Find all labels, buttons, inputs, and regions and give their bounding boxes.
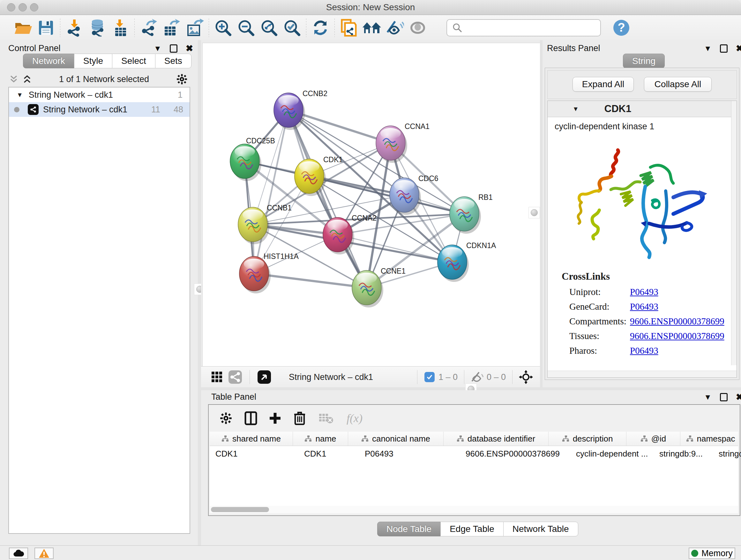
table-cell[interactable]: stringdb:9... xyxy=(654,449,713,459)
table-options-button[interactable] xyxy=(219,412,232,425)
collapse-all-icon[interactable] xyxy=(9,74,18,84)
crosslink-link[interactable]: P06493 xyxy=(630,287,658,297)
selected-checkbox[interactable] xyxy=(424,372,434,382)
tab-sets[interactable]: Sets xyxy=(155,54,192,68)
tab-node-table[interactable]: Node Table xyxy=(377,522,441,537)
network-node-ccnb2[interactable]: CCNB2 xyxy=(274,89,327,130)
entry-collapse-icon[interactable]: ▼ xyxy=(572,105,579,113)
panel-collapse-icon[interactable]: ▼ xyxy=(704,45,712,52)
column-header--id[interactable]: @id xyxy=(626,432,680,446)
table-cell[interactable]: P06493 xyxy=(359,449,460,459)
delete-column-button[interactable] xyxy=(293,411,306,425)
entry-horizontal-scrollbar[interactable] xyxy=(548,371,737,377)
scrollbar-thumb[interactable] xyxy=(211,507,269,512)
panel-float-icon[interactable] xyxy=(170,44,178,53)
panel-close-icon[interactable]: ✖ xyxy=(186,44,193,53)
function-builder-button[interactable]: f(x) xyxy=(347,412,362,425)
export-table-button[interactable] xyxy=(160,17,183,38)
panel-float-icon[interactable] xyxy=(720,393,728,401)
zoom-fit-button[interactable] xyxy=(258,17,280,38)
crosslink-link[interactable]: 9606.ENSP00000378699 xyxy=(630,331,724,341)
import-table-button[interactable] xyxy=(109,17,132,38)
warning-status-button[interactable] xyxy=(35,548,54,559)
tab-network[interactable]: Network xyxy=(23,54,74,68)
network-node-rb1[interactable]: RB1 xyxy=(450,193,493,234)
column-header-database-identifier[interactable]: database identifier xyxy=(443,432,548,446)
hide-graphics-details-button[interactable] xyxy=(383,17,406,38)
panel-collapse-icon[interactable]: ▼ xyxy=(154,45,161,52)
close-window-button[interactable] xyxy=(7,3,15,11)
table-cell[interactable]: stringdb xyxy=(713,449,741,459)
network-options-gear-icon[interactable] xyxy=(176,73,188,85)
table-cell[interactable]: CDK1 xyxy=(298,449,359,459)
panel-close-icon[interactable]: ✖ xyxy=(736,44,741,53)
save-session-button[interactable] xyxy=(35,17,57,38)
entry-vertical-scrollbar[interactable] xyxy=(731,101,737,365)
network-edge[interactable] xyxy=(288,110,367,288)
network-node-ccnb1[interactable]: CCNB1 xyxy=(238,204,292,244)
column-header-name[interactable]: name xyxy=(293,432,348,446)
column-header-canonical-name[interactable]: canonical name xyxy=(348,432,443,446)
network-node-cdkn1a[interactable]: CDKN1A xyxy=(437,241,496,282)
tab-select[interactable]: Select xyxy=(112,54,155,68)
show-column-button[interactable] xyxy=(245,411,257,425)
column-header-description[interactable]: description xyxy=(548,432,626,446)
right-splitter[interactable] xyxy=(540,40,542,387)
birds-eye-view-button[interactable] xyxy=(211,371,223,383)
panel-close-icon[interactable]: ✖ xyxy=(736,393,741,401)
collapse-all-button[interactable]: Collapse All xyxy=(644,77,712,91)
help-button[interactable]: ? xyxy=(610,17,633,38)
table-cell[interactable]: cyclin-dependent ... xyxy=(570,449,654,459)
table-cell[interactable]: 9606.ENSP00000378699 xyxy=(460,449,570,459)
crosslink-link[interactable]: 9606.ENSP00000378699 xyxy=(630,316,724,327)
import-network-from-database-button[interactable] xyxy=(86,17,109,38)
network-node-ccne1[interactable]: CCNE1 xyxy=(352,267,406,307)
network-node-ccna1[interactable]: CCNA1 xyxy=(376,122,429,163)
zoom-selected-button[interactable] xyxy=(280,17,304,38)
tab-string[interactable]: String xyxy=(623,54,665,68)
clone-network-button[interactable] xyxy=(337,17,360,38)
crosslink-link[interactable]: P06493 xyxy=(630,301,658,312)
network-node-hist1h1a[interactable]: HIST1H1A xyxy=(239,252,299,294)
crosslink-link[interactable]: P06493 xyxy=(630,346,658,356)
refresh-button[interactable] xyxy=(309,17,332,38)
tab-style[interactable]: Style xyxy=(74,54,112,68)
network-canvas[interactable]: CCNB2CCNA1CDC25BCDK1CDC6RB1CCNB1CCNA2CDK… xyxy=(202,43,541,367)
open-in-new-window-button[interactable] xyxy=(258,370,271,384)
panel-float-icon[interactable] xyxy=(720,44,728,53)
export-network-button[interactable] xyxy=(137,17,160,38)
tree-expand-icon[interactable]: ▼ xyxy=(17,91,23,99)
minimize-window-button[interactable] xyxy=(18,3,27,11)
table-row[interactable]: CDK1CDK1P064939606.ENSP00000378699cyclin… xyxy=(210,446,738,461)
panel-collapse-icon[interactable]: ▼ xyxy=(704,393,712,401)
import-network-button[interactable] xyxy=(63,17,86,38)
zoom-in-button[interactable] xyxy=(212,17,234,38)
table-horizontal-scrollbar[interactable] xyxy=(210,506,738,513)
create-column-button[interactable] xyxy=(269,412,281,425)
expand-all-button[interactable]: Expand All xyxy=(572,77,634,91)
delete-table-button[interactable] xyxy=(319,413,333,424)
network-row-selected[interactable]: String Network – cdk1 11 48 xyxy=(9,102,190,117)
zoom-window-button[interactable] xyxy=(30,3,38,11)
tab-edge-table[interactable]: Edge Table xyxy=(441,522,503,537)
open-session-button[interactable] xyxy=(11,17,35,38)
expand-all-icon[interactable] xyxy=(22,74,32,84)
show-graphics-details-button[interactable] xyxy=(406,17,429,38)
welcome-screen-button[interactable] xyxy=(360,17,383,38)
string-view-button[interactable] xyxy=(228,370,242,384)
table-cell[interactable]: CDK1 xyxy=(210,449,298,459)
right-splitter-knob[interactable] xyxy=(529,207,540,219)
network-edge[interactable] xyxy=(254,273,367,288)
search-input[interactable] xyxy=(466,22,600,33)
zoom-out-button[interactable] xyxy=(234,17,258,38)
fit-content-button[interactable] xyxy=(519,370,533,384)
import-network-icon xyxy=(65,19,83,37)
memory-button[interactable]: Memory xyxy=(689,548,735,559)
column-header-namespac[interactable]: namespac xyxy=(680,432,741,446)
cdk1-entry-header[interactable]: ▼ CDK1 xyxy=(548,101,737,117)
export-image-button[interactable] xyxy=(183,17,206,38)
network-collection-row[interactable]: ▼ String Network – cdk1 1 xyxy=(9,87,190,102)
tab-network-table[interactable]: Network Table xyxy=(503,522,578,537)
cloud-status-button[interactable] xyxy=(9,548,28,559)
column-header-shared-name[interactable]: shared name xyxy=(210,432,293,446)
